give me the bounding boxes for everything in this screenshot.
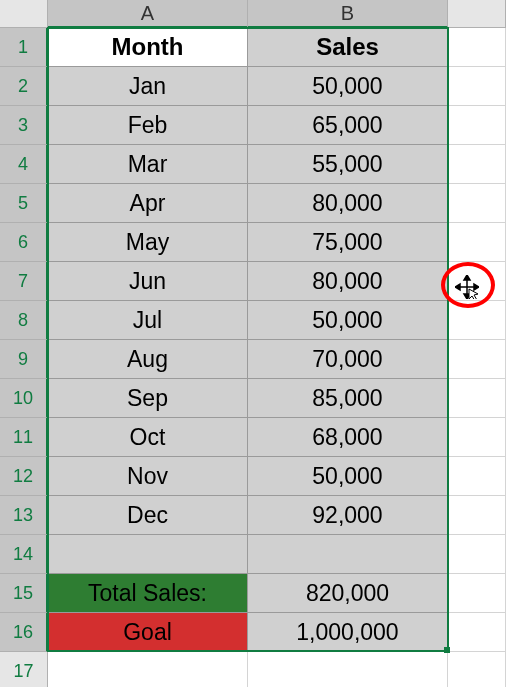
cell-a2[interactable]: Jan (48, 67, 248, 106)
cell-c16[interactable] (448, 613, 506, 652)
row-header-14[interactable]: 14 (0, 535, 48, 574)
cell-a15-total-label[interactable]: Total Sales: (48, 574, 248, 613)
row-header-15[interactable]: 15 (0, 574, 48, 613)
cell-b12[interactable]: 50,000 (248, 457, 448, 496)
cell-a6[interactable]: May (48, 223, 248, 262)
row-header-12[interactable]: 12 (0, 457, 48, 496)
cell-a9[interactable]: Aug (48, 340, 248, 379)
cell-b10[interactable]: 85,000 (248, 379, 448, 418)
cell-c10[interactable] (448, 379, 506, 418)
cell-b6[interactable]: 75,000 (248, 223, 448, 262)
row-header-16[interactable]: 16 (0, 613, 48, 652)
row-header-8[interactable]: 8 (0, 301, 48, 340)
cell-a4[interactable]: Mar (48, 145, 248, 184)
row-header-5[interactable]: 5 (0, 184, 48, 223)
cell-b4[interactable]: 55,000 (248, 145, 448, 184)
cell-b2[interactable]: 50,000 (248, 67, 448, 106)
cell-c17[interactable] (448, 652, 506, 687)
row-header-10[interactable]: 10 (0, 379, 48, 418)
cell-b3[interactable]: 65,000 (248, 106, 448, 145)
row-header-3[interactable]: 3 (0, 106, 48, 145)
cell-c2[interactable] (448, 67, 506, 106)
cell-b5[interactable]: 80,000 (248, 184, 448, 223)
row-header-13[interactable]: 13 (0, 496, 48, 535)
column-header-c[interactable] (448, 0, 506, 28)
cell-b11[interactable]: 68,000 (248, 418, 448, 457)
cell-b13[interactable]: 92,000 (248, 496, 448, 535)
cell-b17[interactable] (248, 652, 448, 687)
cell-c6[interactable] (448, 223, 506, 262)
cell-a13[interactable]: Dec (48, 496, 248, 535)
cell-c4[interactable] (448, 145, 506, 184)
cell-a16-goal-label[interactable]: Goal (48, 613, 248, 652)
cell-c8[interactable] (448, 301, 506, 340)
row-header-9[interactable]: 9 (0, 340, 48, 379)
cell-c3[interactable] (448, 106, 506, 145)
cell-a11[interactable]: Oct (48, 418, 248, 457)
spreadsheet-grid: A B 1 Month Sales 2 Jan 50,000 3 Feb 65,… (0, 0, 506, 687)
column-header-b[interactable]: B (248, 0, 448, 28)
cell-c7[interactable] (448, 262, 506, 301)
cell-a7[interactable]: Jun (48, 262, 248, 301)
cell-a14[interactable] (48, 535, 248, 574)
row-header-2[interactable]: 2 (0, 67, 48, 106)
cell-b8[interactable]: 50,000 (248, 301, 448, 340)
cell-b7[interactable]: 80,000 (248, 262, 448, 301)
cell-a5[interactable]: Apr (48, 184, 248, 223)
cell-c1[interactable] (448, 28, 506, 67)
row-header-11[interactable]: 11 (0, 418, 48, 457)
cell-a1[interactable]: Month (48, 28, 248, 67)
row-header-7[interactable]: 7 (0, 262, 48, 301)
row-header-1[interactable]: 1 (0, 28, 48, 67)
select-all-corner[interactable] (0, 0, 48, 28)
row-header-6[interactable]: 6 (0, 223, 48, 262)
cell-c13[interactable] (448, 496, 506, 535)
row-header-4[interactable]: 4 (0, 145, 48, 184)
cell-b14[interactable] (248, 535, 448, 574)
cell-b15-total-value[interactable]: 820,000 (248, 574, 448, 613)
cell-b9[interactable]: 70,000 (248, 340, 448, 379)
cell-a10[interactable]: Sep (48, 379, 248, 418)
cell-a12[interactable]: Nov (48, 457, 248, 496)
cell-c15[interactable] (448, 574, 506, 613)
cell-b1[interactable]: Sales (248, 28, 448, 67)
cell-c9[interactable] (448, 340, 506, 379)
cell-c5[interactable] (448, 184, 506, 223)
cell-b16-goal-value[interactable]: 1,000,000 (248, 613, 448, 652)
cell-c11[interactable] (448, 418, 506, 457)
cell-c12[interactable] (448, 457, 506, 496)
cell-a17[interactable] (48, 652, 248, 687)
row-header-17[interactable]: 17 (0, 652, 48, 687)
cell-c14[interactable] (448, 535, 506, 574)
cell-a3[interactable]: Feb (48, 106, 248, 145)
column-header-a[interactable]: A (48, 0, 248, 28)
cell-a8[interactable]: Jul (48, 301, 248, 340)
